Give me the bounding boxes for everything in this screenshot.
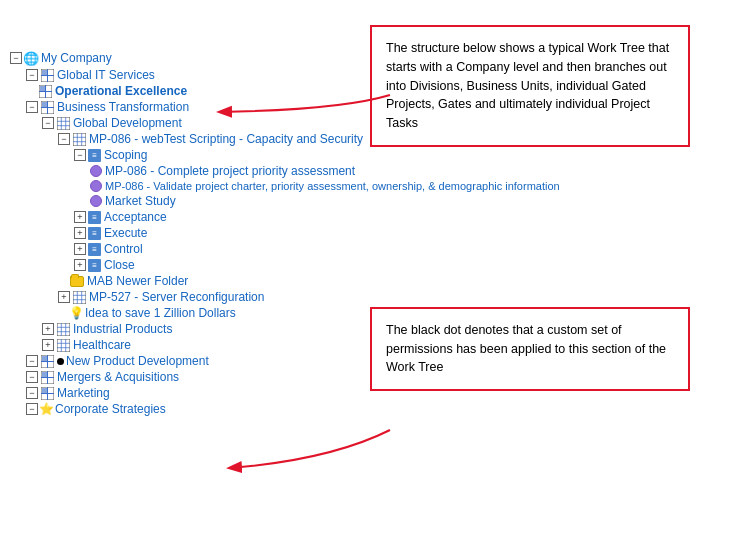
- global-dev-label: Global Development: [73, 116, 182, 130]
- marketing-node[interactable]: Marketing: [26, 385, 350, 401]
- scoping-icon: [88, 149, 101, 162]
- business-trans-label: Business Transformation: [57, 100, 189, 114]
- global-dev-expander[interactable]: [42, 117, 54, 129]
- root-expander[interactable]: [10, 52, 22, 64]
- marketing-icon: [40, 386, 54, 400]
- industrial-icon: [56, 322, 70, 336]
- grid-large-icon: [56, 116, 70, 130]
- scoping-node[interactable]: Scoping: [74, 147, 350, 163]
- mp527-icon: [72, 290, 86, 304]
- control-expander[interactable]: [74, 243, 86, 255]
- healthcare-icon: [56, 338, 70, 352]
- root-children: Global IT Services Operational Excellenc…: [26, 67, 350, 417]
- scoping-label: Scoping: [104, 148, 147, 162]
- mp086-icon: [72, 132, 86, 146]
- market-study-icon: [90, 195, 102, 207]
- corporate-label: Corporate Strategies: [55, 402, 166, 416]
- mp086-node[interactable]: MP-086 - webTest Scripting - Capacity an…: [58, 131, 350, 147]
- mergers-expander[interactable]: [26, 371, 38, 383]
- permission-dot: [57, 358, 64, 365]
- healthcare-expander[interactable]: [42, 339, 54, 351]
- task1-label: MP-086 - Complete project priority asses…: [105, 164, 355, 178]
- task2-node[interactable]: MP-086 - Validate project charter, prior…: [90, 179, 350, 193]
- bulb-icon: 💡: [70, 306, 82, 320]
- idea-node[interactable]: 💡 Idea to save 1 Zillion Dollars: [58, 305, 350, 321]
- svg-rect-3: [42, 70, 47, 75]
- svg-rect-44: [42, 372, 47, 377]
- svg-rect-12: [57, 117, 70, 130]
- close-expander[interactable]: [74, 259, 86, 271]
- operational-node[interactable]: Operational Excellence: [26, 83, 350, 99]
- main-container: 🌐 My Company Global IT Services Operatio…: [0, 0, 730, 546]
- task1-icon: [90, 165, 102, 177]
- tree-panel: 🌐 My Company Global IT Services Operatio…: [10, 10, 350, 536]
- svg-rect-17: [73, 133, 86, 146]
- mergers-label: Mergers & Acquisitions: [57, 370, 179, 384]
- new-product-node[interactable]: New Product Development: [26, 353, 350, 369]
- svg-rect-22: [73, 291, 86, 304]
- mp527-node[interactable]: MP-527 - Server Reconfiguration: [58, 289, 350, 305]
- tree-root[interactable]: 🌐 My Company: [10, 50, 350, 66]
- mergers-icon: [40, 370, 54, 384]
- mp086-expander[interactable]: [58, 133, 70, 145]
- svg-rect-32: [57, 339, 70, 352]
- execute-icon: [88, 227, 101, 240]
- scoping-children: MP-086 - Complete project priority asses…: [90, 163, 350, 209]
- marketing-label: Marketing: [57, 386, 110, 400]
- market-study-label: Market Study: [105, 194, 176, 208]
- new-product-label: New Product Development: [66, 354, 209, 368]
- task1-node[interactable]: MP-086 - Complete project priority asses…: [90, 163, 350, 179]
- svg-rect-11: [42, 102, 47, 107]
- marketing-expander[interactable]: [26, 387, 38, 399]
- acceptance-label: Acceptance: [104, 210, 167, 224]
- execute-label: Execute: [104, 226, 147, 240]
- grid-icon: [40, 68, 54, 82]
- mergers-node[interactable]: Mergers & Acquisitions: [26, 369, 350, 385]
- close-node[interactable]: Close: [74, 257, 350, 273]
- business-trans-expander[interactable]: [26, 101, 38, 113]
- mab-folder-node[interactable]: MAB Newer Folder: [58, 273, 350, 289]
- corporate-icon: ⭐: [40, 402, 52, 416]
- svg-rect-40: [42, 356, 47, 361]
- acceptance-node[interactable]: Acceptance: [74, 209, 350, 225]
- grid-icon-2: [38, 84, 52, 98]
- corporate-expander[interactable]: [26, 403, 38, 415]
- healthcare-label: Healthcare: [73, 338, 131, 352]
- global-it-node[interactable]: Global IT Services: [26, 67, 350, 83]
- global-dev-children: MP-086 - webTest Scripting - Capacity an…: [58, 131, 350, 321]
- execute-expander[interactable]: [74, 227, 86, 239]
- new-product-icon: [40, 354, 54, 368]
- acceptance-expander[interactable]: [74, 211, 86, 223]
- callout-top: The structure below shows a typical Work…: [370, 25, 690, 147]
- svg-rect-48: [42, 388, 47, 393]
- new-product-expander[interactable]: [26, 355, 38, 367]
- acceptance-icon: [88, 211, 101, 224]
- svg-rect-27: [57, 323, 70, 336]
- global-it-expander[interactable]: [26, 69, 38, 81]
- industrial-node[interactable]: Industrial Products: [42, 321, 350, 337]
- control-icon: [88, 243, 101, 256]
- operational-label: Operational Excellence: [55, 84, 187, 98]
- task2-icon: [90, 180, 102, 192]
- mp527-expander[interactable]: [58, 291, 70, 303]
- callout-bottom-text: The black dot denotes that a custom set …: [386, 323, 666, 375]
- execute-node[interactable]: Execute: [74, 225, 350, 241]
- market-study-node[interactable]: Market Study: [90, 193, 350, 209]
- folder-icon: [70, 274, 84, 288]
- global-dev-node[interactable]: Global Development: [42, 115, 350, 131]
- grid-icon-3: [40, 100, 54, 114]
- root-label: My Company: [41, 51, 112, 65]
- svg-rect-7: [40, 86, 45, 91]
- mp527-label: MP-527 - Server Reconfiguration: [89, 290, 264, 304]
- healthcare-node[interactable]: Healthcare: [42, 337, 350, 353]
- industrial-expander[interactable]: [42, 323, 54, 335]
- global-it-label: Global IT Services: [57, 68, 155, 82]
- mp086-children: Scoping MP-086 - Complete project priori…: [74, 147, 350, 273]
- industrial-label: Industrial Products: [73, 322, 172, 336]
- scoping-expander[interactable]: [74, 149, 86, 161]
- corporate-node[interactable]: ⭐ Corporate Strategies: [26, 401, 350, 417]
- callout-bottom: The black dot denotes that a custom set …: [370, 307, 690, 391]
- annotation-panel: The structure below shows a typical Work…: [350, 10, 720, 536]
- control-node[interactable]: Control: [74, 241, 350, 257]
- business-trans-node[interactable]: Business Transformation: [26, 99, 350, 115]
